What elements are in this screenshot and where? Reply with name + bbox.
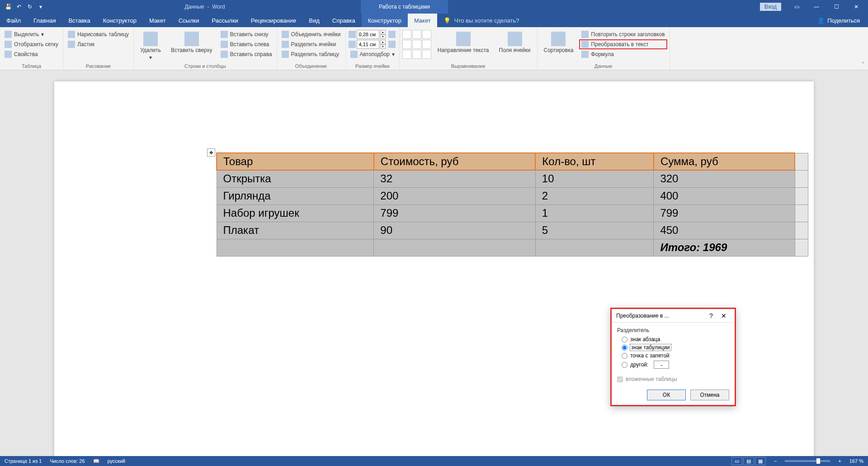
minimize-icon[interactable]: — xyxy=(807,0,826,14)
autofit-button[interactable]: Автоподбор ▾ xyxy=(349,50,396,59)
language-indicator[interactable]: русский xyxy=(108,458,125,464)
row-marker[interactable] xyxy=(795,222,808,239)
close-icon[interactable]: ✕ xyxy=(847,0,865,14)
ok-button[interactable]: ОК xyxy=(647,390,686,400)
option-tab[interactable]: знак табуляции xyxy=(617,343,729,352)
align-tr-button[interactable] xyxy=(422,30,431,39)
radio-other[interactable] xyxy=(622,362,627,368)
distribute-cols-icon[interactable] xyxy=(388,41,396,48)
radio-tab[interactable] xyxy=(622,345,627,351)
distribute-rows-icon[interactable] xyxy=(388,31,396,38)
ribbon-options-icon[interactable]: ▭ xyxy=(788,0,806,14)
option-other[interactable]: другой: xyxy=(617,360,729,370)
tell-me-search[interactable]: 💡 Что вы хотите сделать? xyxy=(437,14,526,27)
spin-down-icon[interactable]: ▾ xyxy=(380,34,386,39)
table-header[interactable]: Кол-во, шт xyxy=(535,153,654,170)
print-layout-button[interactable]: ▤ xyxy=(743,457,754,465)
table-move-handle[interactable]: ✥ xyxy=(207,148,215,157)
align-tl-button[interactable] xyxy=(402,30,411,39)
radio-semicolon[interactable] xyxy=(622,353,627,359)
repeat-header-button[interactable]: Повторить строки заголовков xyxy=(580,30,666,39)
align-bl-button[interactable] xyxy=(402,50,411,59)
maximize-icon[interactable]: ☐ xyxy=(827,0,845,14)
tab-home[interactable]: Главная xyxy=(27,14,62,27)
tab-references[interactable]: Ссылки xyxy=(172,14,206,27)
tab-file[interactable]: Файл xyxy=(0,14,27,27)
align-mc-button[interactable] xyxy=(412,40,421,49)
align-bc-button[interactable] xyxy=(412,50,421,59)
radio-paragraph[interactable] xyxy=(622,337,627,342)
row-marker[interactable] xyxy=(795,187,808,204)
qa-dropdown-icon[interactable]: ▾ xyxy=(37,3,44,10)
table-header[interactable]: Сумма, руб xyxy=(654,153,795,170)
other-separator-input[interactable] xyxy=(654,361,669,369)
delete-button[interactable]: Удалить▾ xyxy=(137,30,165,62)
tab-table-layout[interactable]: Макет xyxy=(408,14,437,27)
share-button[interactable]: 👤 Поделиться xyxy=(809,14,868,27)
align-ml-button[interactable] xyxy=(402,40,411,49)
dialog-help-button[interactable]: ? xyxy=(705,312,717,319)
zoom-thumb[interactable] xyxy=(816,458,820,464)
col-width-input[interactable]: ▴▾ xyxy=(349,40,396,49)
properties-button[interactable]: Свойства xyxy=(3,50,60,59)
zoom-out-button[interactable]: − xyxy=(774,458,777,464)
save-icon[interactable]: 💾 xyxy=(5,3,12,10)
insert-below-button[interactable]: Вставить снизу xyxy=(219,30,274,39)
zoom-in-button[interactable]: + xyxy=(838,458,841,464)
tab-view[interactable]: Вид xyxy=(302,14,326,27)
tab-insert[interactable]: Вставка xyxy=(62,14,96,27)
undo-icon[interactable]: ↶ xyxy=(15,3,23,10)
row-marker[interactable] xyxy=(795,204,808,222)
option-semicolon[interactable]: точка с запятой xyxy=(617,352,729,360)
convert-to-text-button[interactable]: Преобразовать в текст xyxy=(580,40,666,49)
insert-left-button[interactable]: Вставить слева xyxy=(219,40,274,49)
formula-button[interactable]: Формула xyxy=(580,50,666,59)
merge-cells-button[interactable]: Объединить ячейки xyxy=(280,30,343,39)
tab-review[interactable]: Рецензирование xyxy=(245,14,302,27)
view-gridlines-button[interactable]: Отобразить сетку xyxy=(3,40,60,49)
row-marker[interactable] xyxy=(795,239,808,256)
eraser-button[interactable]: Ластик xyxy=(66,40,131,49)
signin-button[interactable]: Вход xyxy=(760,3,781,11)
cancel-button[interactable]: Отмена xyxy=(690,390,729,400)
table-header[interactable]: Стоимость, руб xyxy=(374,153,535,170)
tab-mailings[interactable]: Рассылки xyxy=(205,14,244,27)
row-height-input[interactable]: ▴▾ xyxy=(349,30,396,39)
total-cell[interactable]: Итого: 1969 xyxy=(654,239,795,256)
draw-table-button[interactable]: Нарисовать таблицу xyxy=(66,30,131,39)
table-header[interactable]: Товар xyxy=(217,153,374,170)
align-br-button[interactable] xyxy=(422,50,431,59)
tab-design[interactable]: Конструктор xyxy=(97,14,143,27)
spin-up-icon[interactable]: ▴ xyxy=(380,40,386,44)
spin-down-icon[interactable]: ▾ xyxy=(380,44,386,49)
read-mode-button[interactable]: ▭ xyxy=(731,457,742,465)
insert-right-button[interactable]: Вставить справа xyxy=(219,50,274,59)
text-direction-button[interactable]: Направление текста xyxy=(434,30,493,55)
collapse-ribbon-icon[interactable]: ˄ xyxy=(862,62,864,68)
select-button[interactable]: Выделить ▾ xyxy=(3,30,60,39)
tab-help[interactable]: Справка xyxy=(326,14,362,27)
zoom-level[interactable]: 167 % xyxy=(849,458,863,464)
web-layout-button[interactable]: ▦ xyxy=(755,457,766,465)
page-indicator[interactable]: Страница 1 из 1 xyxy=(5,458,42,464)
sort-button[interactable]: Сортировка xyxy=(540,30,577,55)
spin-up-icon[interactable]: ▴ xyxy=(380,30,386,34)
split-table-button[interactable]: Разделить таблицу xyxy=(280,50,343,59)
proofing-icon[interactable]: 📖 xyxy=(93,458,99,464)
align-mr-button[interactable] xyxy=(422,40,431,49)
dialog-close-button[interactable]: ✕ xyxy=(717,312,730,319)
row-marker[interactable] xyxy=(795,170,808,187)
alignment-grid[interactable] xyxy=(402,30,431,59)
split-cells-button[interactable]: Разделить ячейки xyxy=(280,40,343,49)
tab-layout[interactable]: Макет xyxy=(143,14,172,27)
word-count[interactable]: Число слов: 26 xyxy=(50,458,85,464)
document-table[interactable]: Товар Стоимость, руб Кол-во, шт Сумма, р… xyxy=(216,152,808,257)
option-paragraph[interactable]: знак абзаца xyxy=(617,335,729,343)
align-tc-button[interactable] xyxy=(412,30,421,39)
row-marker[interactable] xyxy=(795,153,808,170)
zoom-slider[interactable] xyxy=(785,460,830,462)
tab-table-design[interactable]: Конструктор xyxy=(362,14,408,27)
insert-above-button[interactable]: Вставить сверху xyxy=(167,30,216,55)
redo-icon[interactable]: ↻ xyxy=(26,3,33,10)
cell-margins-button[interactable]: Поля ячейки xyxy=(495,30,534,55)
